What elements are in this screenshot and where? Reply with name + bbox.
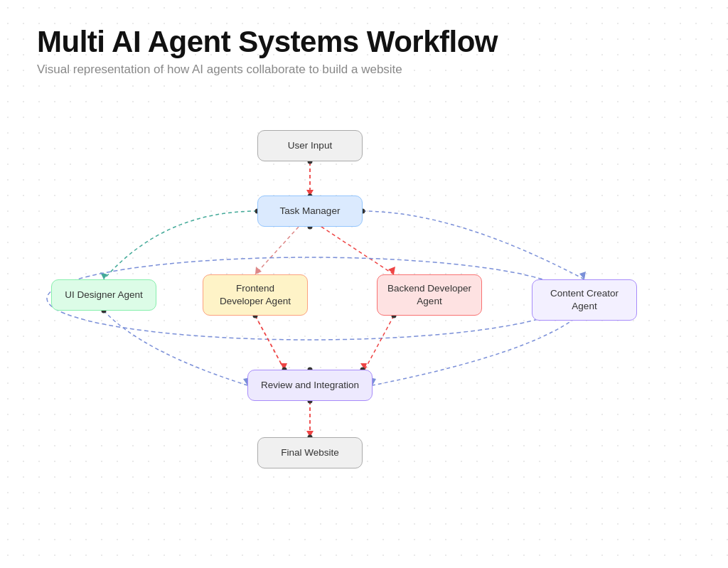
frontend-developer-node: Frontend Developer Agent xyxy=(203,274,308,316)
workflow-diagram: User Input Task Manager UI Designer Agen… xyxy=(0,110,728,568)
user-input-label: User Input xyxy=(288,139,332,152)
page-subtitle: Visual representation of how AI agents c… xyxy=(37,63,691,77)
page-title: Multi AI Agent Systems Workflow xyxy=(37,26,691,58)
ui-designer-label: UI Designer Agent xyxy=(65,289,143,301)
task-manager-label: Task Manager xyxy=(280,205,341,218)
svg-marker-3 xyxy=(255,267,262,274)
content-creator-label: Content Creator Agent xyxy=(542,287,626,313)
ui-designer-node: UI Designer Agent xyxy=(51,279,156,311)
page-header: Multi AI Agent Systems Workflow Visual r… xyxy=(0,0,728,85)
review-label: Review and Integration xyxy=(261,379,359,392)
review-integration-node: Review and Integration xyxy=(247,370,373,401)
diagram-connections xyxy=(0,110,728,568)
frontend-label: Frontend Developer Agent xyxy=(213,282,297,308)
backend-developer-node: Backend Developer Agent xyxy=(377,274,482,316)
content-creator-node: Content Creator Agent xyxy=(532,279,637,321)
user-input-node: User Input xyxy=(257,130,363,161)
backend-label: Backend Developer Agent xyxy=(387,282,471,308)
svg-line-8 xyxy=(255,316,284,370)
final-label: Final Website xyxy=(281,446,339,459)
final-website-node: Final Website xyxy=(257,437,363,468)
task-manager-node: Task Manager xyxy=(257,195,363,227)
